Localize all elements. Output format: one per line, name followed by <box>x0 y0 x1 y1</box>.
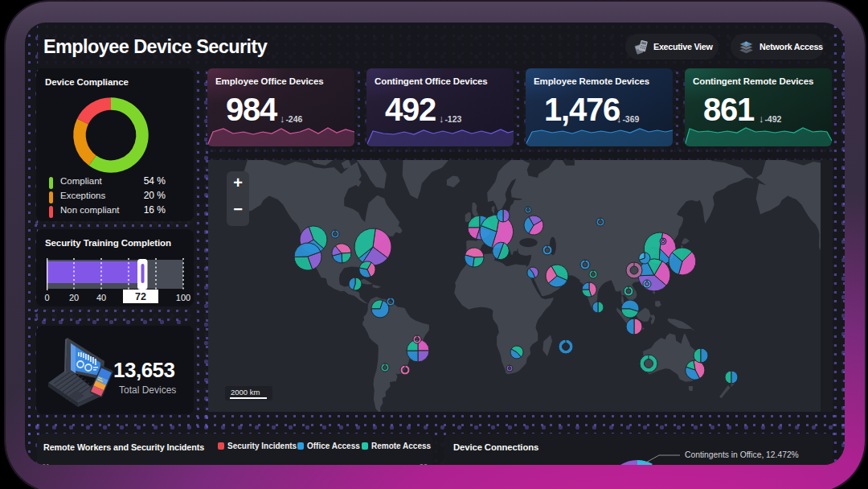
svg-text:40: 40 <box>96 293 106 302</box>
svg-text:Contingents in Office, 12.472%: Contingents in Office, 12.472% <box>685 450 799 459</box>
svg-text:100: 100 <box>176 293 190 302</box>
svg-text:20: 20 <box>69 293 79 302</box>
svg-text:72: 72 <box>135 291 146 302</box>
svg-text:0: 0 <box>44 293 49 302</box>
